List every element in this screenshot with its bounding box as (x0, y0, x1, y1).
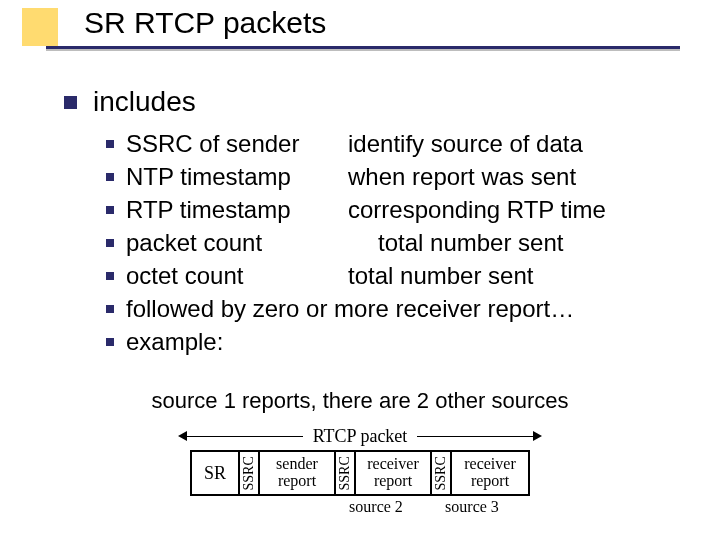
title-underline-gray (46, 49, 680, 51)
slide: SR RTCP packets includes SSRC of sender … (0, 0, 720, 540)
cell-line: receiver (464, 456, 516, 473)
section-heading: includes (93, 86, 196, 118)
cell-line: receiver (367, 456, 419, 473)
square-bullet-icon (106, 173, 114, 181)
bullet-text: followed by zero or more receiver report… (126, 295, 574, 323)
packet-cell-receiver-report: receiver report (452, 452, 528, 494)
square-bullet-icon (106, 338, 114, 346)
bullet-term: SSRC of sender (126, 130, 336, 158)
packet-cell-ssrc: SSRC (336, 452, 356, 494)
bullet-term: packet count (126, 229, 366, 257)
list-item: packet count total number sent (106, 229, 680, 257)
section-heading-row: includes (64, 86, 196, 118)
square-bullet-icon (106, 140, 114, 148)
list-item: octet count total number sent (106, 262, 680, 290)
packet-cell-sr: SR (192, 452, 240, 494)
bullet-term: NTP timestamp (126, 163, 336, 191)
rtcp-packet-diagram: RTCP packet SR SSRC sender report SSRC r… (0, 426, 720, 516)
arrow-right-icon (533, 431, 542, 441)
packet-structure: SR SSRC sender report SSRC receiver repo… (190, 450, 530, 496)
square-bullet-icon (64, 96, 77, 109)
cell-line: sender (276, 456, 318, 473)
packet-cell-ssrc: SSRC (240, 452, 260, 494)
title-area: SR RTCP packets (46, 6, 680, 51)
slide-title: SR RTCP packets (84, 6, 680, 46)
source-labels-row: source 2 source 3 (180, 498, 540, 516)
ssrc-label: SSRC (434, 456, 449, 490)
square-bullet-icon (106, 206, 114, 214)
bullet-text: example: (126, 328, 223, 356)
bullet-desc: corresponding RTP time (348, 196, 606, 224)
bullet-desc: identify source of data (348, 130, 583, 158)
arrow-left-icon (178, 431, 187, 441)
list-item: NTP timestamp when report was sent (106, 163, 680, 191)
diagram-span-arrow: RTCP packet (180, 426, 540, 446)
spacer (180, 498, 328, 516)
list-item: followed by zero or more receiver report… (106, 295, 680, 323)
bullet-desc: total number sent (348, 262, 533, 290)
list-item: RTP timestamp corresponding RTP time (106, 196, 680, 224)
packet-cell-receiver-report: receiver report (356, 452, 432, 494)
cell-line: report (464, 473, 516, 490)
bullet-desc: when report was sent (348, 163, 576, 191)
square-bullet-icon (106, 305, 114, 313)
diagram-span-label: RTCP packet (303, 426, 418, 447)
square-bullet-icon (106, 239, 114, 247)
bullet-term: octet count (126, 262, 336, 290)
bullet-list: SSRC of sender identify source of data N… (106, 130, 680, 361)
bullet-term: RTP timestamp (126, 196, 336, 224)
source-label: source 2 (328, 498, 424, 516)
list-item: SSRC of sender identify source of data (106, 130, 680, 158)
list-item: example: (106, 328, 680, 356)
square-bullet-icon (106, 272, 114, 280)
ssrc-label: SSRC (242, 456, 257, 490)
example-caption: source 1 reports, there are 2 other sour… (0, 388, 720, 414)
bullet-desc: total number sent (378, 229, 563, 257)
ssrc-label: SSRC (338, 456, 353, 490)
cell-line: report (276, 473, 318, 490)
cell-line: report (367, 473, 419, 490)
source-label: source 3 (424, 498, 520, 516)
packet-cell-sender-report: sender report (260, 452, 336, 494)
packet-cell-ssrc: SSRC (432, 452, 452, 494)
